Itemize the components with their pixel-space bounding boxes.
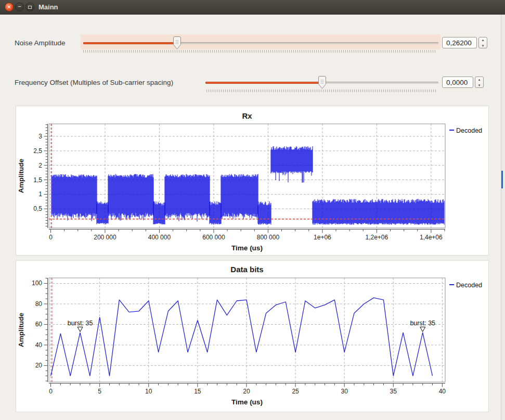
frequency-offset-input[interactable]: [442, 77, 473, 88]
spin-buttons: ▴ ▾: [478, 37, 487, 48]
svg-text:1,4e+06: 1,4e+06: [420, 234, 443, 241]
svg-text:30: 30: [341, 388, 348, 395]
maximize-button[interactable]: [25, 3, 34, 11]
svg-text:Amplitude: Amplitude: [17, 159, 25, 193]
svg-text:0: 0: [49, 234, 53, 241]
window-title: Mainn: [38, 3, 58, 11]
svg-text:Time (us): Time (us): [231, 244, 263, 252]
spin-up-icon: ▴: [482, 38, 484, 42]
svg-text:Decoded: Decoded: [456, 127, 482, 134]
maximize-icon: [28, 6, 32, 9]
svg-text:1,5: 1,5: [33, 176, 42, 184]
noise-amplitude-input[interactable]: [442, 37, 477, 48]
svg-text:Decoded: Decoded: [456, 282, 482, 289]
svg-text:burst: 35: burst: 35: [68, 320, 93, 327]
svg-text:25: 25: [292, 388, 299, 395]
svg-text:600 000: 600 000: [202, 234, 225, 241]
titlebar: ✕ – Mainn: [0, 0, 505, 15]
svg-text:0,5: 0,5: [33, 205, 42, 212]
noise-amplitude-label: Noise Amplitude: [15, 39, 66, 47]
spin-down-icon: ▾: [482, 44, 484, 47]
spin-down-button[interactable]: ▾: [475, 83, 483, 88]
slider-handle[interactable]: [318, 76, 326, 89]
slider-fill: [205, 82, 322, 84]
spin-up-button[interactable]: ▴: [479, 37, 487, 43]
rx-plot-canvas[interactable]: 0200 000400 000600 000800 0001e+061,2e+0…: [16, 106, 488, 255]
svg-text:80: 80: [35, 300, 43, 308]
svg-text:Data bits: Data bits: [230, 265, 263, 274]
svg-text:15: 15: [194, 388, 201, 395]
spin-down-icon: ▾: [478, 83, 481, 87]
svg-text:35: 35: [390, 388, 397, 395]
app-window: ✕ – Mainn Noise Amplitude ▴ ▾ Frequency …: [0, 0, 505, 420]
slider-tickmarks: [206, 90, 436, 92]
close-icon: ✕: [7, 5, 11, 10]
svg-text:1: 1: [38, 190, 42, 198]
svg-text:3: 3: [38, 133, 42, 140]
slider-tickmarks: [83, 50, 436, 53]
svg-text:20: 20: [35, 362, 43, 369]
svg-text:Amplitude: Amplitude: [17, 313, 25, 347]
svg-text:40: 40: [439, 388, 446, 395]
svg-text:burst: 35: burst: 35: [410, 320, 435, 327]
slider-handle[interactable]: [173, 36, 181, 49]
svg-text:200 000: 200 000: [94, 234, 116, 241]
svg-text:Time (us): Time (us): [231, 398, 263, 406]
data-bits-plot-canvas[interactable]: 051015202530354020406080100Data bitsTime…: [16, 261, 488, 412]
rx-time-plot[interactable]: 0200 000400 000600 000800 0001e+061,2e+0…: [16, 106, 489, 256]
frequency-offset-label: Frequency Offset (Multiples of Sub-carri…: [15, 79, 173, 86]
slider-fill: [83, 42, 178, 44]
minimize-icon: –: [18, 4, 21, 9]
svg-text:40: 40: [35, 341, 43, 349]
svg-text:100: 100: [32, 279, 42, 287]
minimize-button[interactable]: –: [15, 3, 24, 11]
svg-text:1,2e+06: 1,2e+06: [366, 234, 389, 241]
svg-text:0: 0: [49, 388, 53, 395]
spin-up-icon: ▴: [478, 78, 481, 81]
frequency-offset-slider[interactable]: [204, 74, 441, 93]
svg-text:2: 2: [38, 162, 42, 169]
svg-text:400 000: 400 000: [148, 234, 171, 241]
svg-text:60: 60: [35, 321, 43, 328]
svg-text:20: 20: [243, 388, 250, 395]
close-button[interactable]: ✕: [5, 3, 14, 11]
spin-down-button[interactable]: ▾: [479, 43, 487, 49]
scrollbar-thumb[interactable]: [501, 171, 503, 188]
spin-up-button[interactable]: ▴: [475, 77, 483, 83]
svg-text:10: 10: [145, 388, 152, 395]
svg-text:1e+06: 1e+06: [314, 234, 331, 241]
noise-amplitude-slider[interactable]: [81, 34, 441, 53]
data-bits-plot[interactable]: 051015202530354020406080100Data bitsTime…: [16, 260, 489, 412]
spin-buttons: ▴ ▾: [475, 77, 484, 88]
svg-text:5: 5: [98, 388, 101, 395]
svg-text:Rx: Rx: [242, 111, 252, 120]
scrollbar-track[interactable]: [501, 15, 505, 420]
svg-text:2,5: 2,5: [33, 147, 42, 155]
svg-text:800 000: 800 000: [257, 234, 280, 241]
